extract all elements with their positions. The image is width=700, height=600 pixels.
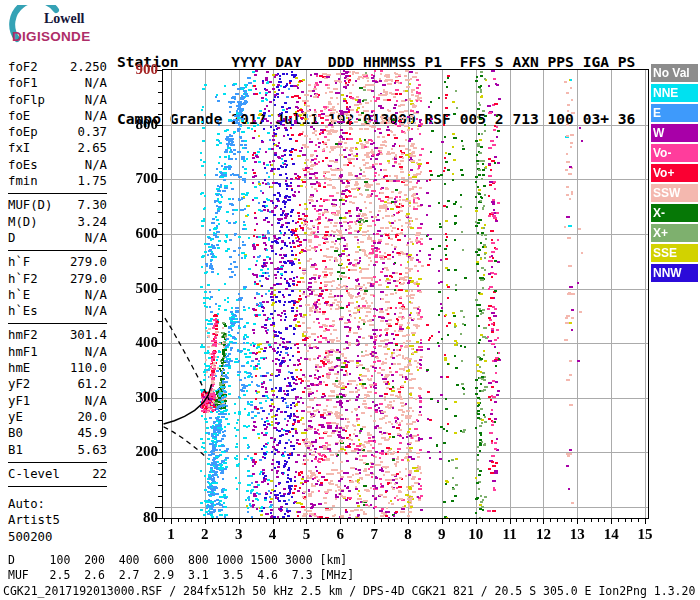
param-row-fof2: foF22.250 bbox=[8, 59, 107, 75]
param-label: hmF1 bbox=[8, 344, 38, 360]
tick-mark bbox=[537, 519, 538, 522]
param-row-auto: Auto: bbox=[8, 496, 107, 512]
param-value: N/A bbox=[85, 287, 107, 303]
tick-mark bbox=[252, 519, 253, 522]
tick-mark bbox=[455, 519, 456, 522]
param-separator bbox=[8, 250, 107, 251]
y-tick-label-700: 700 bbox=[116, 170, 158, 187]
param-value: N/A bbox=[85, 108, 107, 124]
tick-mark bbox=[155, 507, 162, 508]
param-label: C-level bbox=[8, 466, 60, 482]
x-tick-label-3: 3 bbox=[225, 526, 253, 543]
param-label: foEs bbox=[8, 157, 38, 173]
param-row-clevel: C-level22 bbox=[8, 466, 107, 482]
param-value: 110.0 bbox=[70, 360, 107, 376]
param-row-he: h`EN/A bbox=[8, 287, 107, 303]
param-label: M(D) bbox=[8, 214, 38, 230]
parameter-panel: foF22.250foF1N/AfoFlpN/AfoEN/AfoEp0.37fx… bbox=[8, 59, 107, 545]
param-row-artist5: Artist5 bbox=[8, 512, 107, 528]
tick-mark bbox=[611, 519, 612, 524]
param-separator bbox=[8, 486, 107, 487]
param-value: N/A bbox=[85, 92, 107, 108]
param-row-hmf1: hmF1N/A bbox=[8, 344, 107, 360]
x-tick-label-6: 6 bbox=[326, 526, 354, 543]
param-row-fmin: fmin1.75 bbox=[8, 173, 107, 189]
direction-legend: No ValNNEEWVo-Vo+SSWX-X+SSENNW bbox=[651, 64, 698, 284]
legend-item-vo+: Vo+ bbox=[651, 164, 698, 182]
tick-mark bbox=[155, 398, 162, 399]
tick-mark bbox=[638, 519, 639, 522]
param-label: hmE bbox=[8, 360, 30, 376]
tick-mark bbox=[232, 519, 233, 522]
tick-mark bbox=[415, 519, 416, 522]
tick-mark bbox=[306, 519, 307, 524]
tick-mark bbox=[510, 519, 511, 524]
tick-mark bbox=[334, 519, 335, 522]
param-value: N/A bbox=[85, 230, 107, 246]
tick-mark bbox=[293, 519, 294, 522]
x-tick-label-4: 4 bbox=[259, 526, 287, 543]
param-row-yf1: yF1N/A bbox=[8, 393, 107, 409]
tick-mark bbox=[530, 519, 531, 522]
param-label: Auto: bbox=[8, 496, 45, 512]
param-row-foe: foEN/A bbox=[8, 108, 107, 124]
param-label: h`F2 bbox=[8, 271, 38, 287]
param-value: 301.4 bbox=[70, 327, 107, 343]
tick-mark bbox=[185, 519, 186, 522]
tick-mark bbox=[482, 519, 483, 522]
tick-mark bbox=[279, 519, 280, 522]
param-label: foE bbox=[8, 108, 30, 124]
param-value: 45.9 bbox=[77, 425, 107, 441]
tick-mark bbox=[462, 519, 463, 522]
y-tick-label-200: 200 bbox=[116, 443, 158, 460]
param-label: h`Es bbox=[8, 303, 38, 319]
param-row-b1: B15.63 bbox=[8, 442, 107, 458]
tick-mark bbox=[516, 519, 517, 522]
param-value: 5.63 bbox=[77, 442, 107, 458]
legend-item-ssw: SSW bbox=[651, 184, 698, 202]
param-value: 22 bbox=[92, 466, 107, 482]
tick-mark bbox=[550, 519, 551, 522]
legend-item-e: E bbox=[651, 104, 698, 122]
tick-mark bbox=[442, 519, 443, 524]
param-label: foF1 bbox=[8, 75, 38, 91]
muf-row: MUF 2.5 2.6 2.7 2.9 3.1 3.5 4.6 7.3 [MHz… bbox=[8, 569, 354, 582]
x-tick-label-2: 2 bbox=[191, 526, 219, 543]
tick-mark bbox=[340, 519, 341, 524]
tick-mark bbox=[401, 519, 402, 522]
ionogram-app: Lowell DIGISONDE Station YYYY DAY DDD HH… bbox=[0, 0, 700, 600]
legend-item-noval: No Val bbox=[651, 64, 698, 82]
digisonde-logo: Lowell DIGISONDE bbox=[6, 5, 114, 51]
tick-mark bbox=[354, 519, 355, 522]
tick-mark bbox=[155, 234, 162, 235]
param-label: B1 bbox=[8, 442, 23, 458]
tick-mark bbox=[155, 343, 162, 344]
legend-item-nne: NNE bbox=[651, 84, 698, 102]
param-row-mufd: MUF(D)7.30 bbox=[8, 197, 107, 213]
tick-mark bbox=[618, 519, 619, 522]
tick-mark bbox=[239, 519, 240, 524]
tick-mark bbox=[564, 519, 565, 522]
x-tick-label-13: 13 bbox=[563, 526, 591, 543]
tick-mark bbox=[320, 519, 321, 522]
tick-mark bbox=[155, 518, 162, 519]
tick-mark bbox=[496, 519, 497, 522]
param-label: foF2 bbox=[8, 59, 38, 75]
tick-mark bbox=[408, 519, 409, 524]
tick-mark bbox=[347, 519, 348, 522]
param-value: 279.0 bbox=[70, 254, 107, 270]
param-label: fmin bbox=[8, 173, 38, 189]
tick-mark bbox=[212, 519, 213, 522]
x-tick-label-15: 15 bbox=[631, 526, 659, 543]
tick-mark bbox=[557, 519, 558, 522]
x-tick-label-12: 12 bbox=[529, 526, 557, 543]
param-row-hf: h`F279.0 bbox=[8, 254, 107, 270]
param-row-foflp: foFlpN/A bbox=[8, 92, 107, 108]
tick-mark bbox=[645, 519, 646, 524]
distance-row: D 100 200 400 600 800 1000 1500 3000 [km… bbox=[8, 554, 347, 567]
ionogram-plot bbox=[162, 69, 649, 519]
param-label: yF2 bbox=[8, 376, 30, 392]
param-label: D bbox=[8, 230, 15, 246]
param-row-yf2: yF261.2 bbox=[8, 376, 107, 392]
param-value: 1.75 bbox=[77, 173, 107, 189]
